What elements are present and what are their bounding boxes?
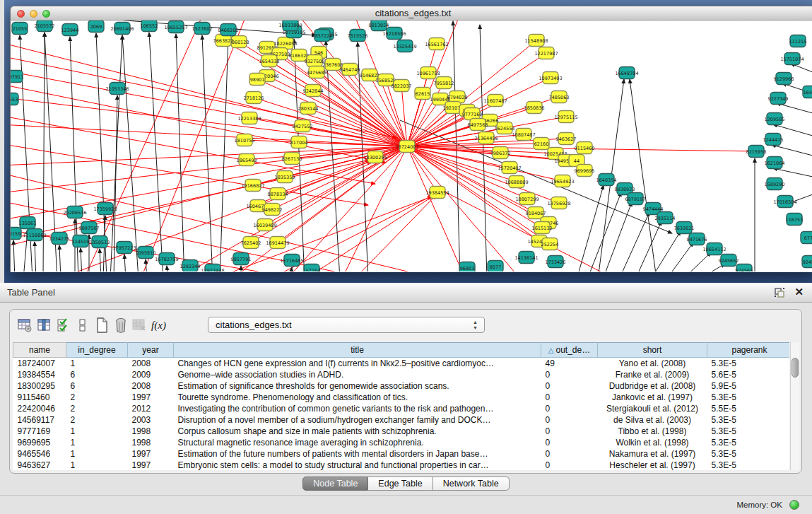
graph-node[interactable]: 12975115 — [554, 111, 577, 123]
table-row[interactable]: 1830029562008Estimation of significance … — [13, 380, 790, 392]
graph-node[interactable]: 252254 — [541, 238, 559, 250]
graph-node[interactable]: 14136141 — [514, 252, 538, 264]
column-header-year[interactable]: year — [128, 343, 174, 358]
new-document-button[interactable] — [92, 316, 111, 334]
graph-node[interactable]: 1640354 — [596, 174, 617, 186]
graph-node[interactable]: 1615132 — [532, 222, 553, 234]
graph-node[interactable]: 6879197 — [625, 193, 646, 205]
graph-node[interactable]: 924565 — [736, 264, 753, 272]
column-layout-button[interactable] — [73, 316, 92, 334]
table-row[interactable]: 946362711997Embryonic stem cells: a mode… — [13, 460, 790, 471]
graph-node[interactable]: 12217987 — [534, 47, 558, 59]
graph-node[interactable]: 1234275 — [49, 233, 70, 245]
graph-node[interactable]: 817004 — [290, 136, 308, 148]
table-scrollbar[interactable] — [790, 342, 799, 470]
graph-node[interactable]: 106552 — [141, 21, 158, 32]
graph-node[interactable]: 9699695 — [575, 165, 595, 177]
graph-node[interactable]: 111215 — [789, 35, 807, 47]
graph-node[interactable]: 15720407 — [498, 162, 521, 174]
graph-node[interactable]: 1350513 — [90, 236, 110, 248]
graph-node[interactable]: 1733426 — [546, 256, 566, 268]
graph-node[interactable]: 98901 — [249, 74, 265, 86]
graph-node[interactable]: 20691406 — [110, 23, 134, 35]
table-selector-dropdown[interactable]: citations_edges.txt ▲▼ — [208, 317, 485, 333]
graph-node[interactable]: 17957223 — [112, 242, 136, 254]
graph-node[interactable]: 8267130 — [282, 153, 302, 165]
graph-node[interactable]: 114519 — [72, 235, 90, 247]
graph-node[interactable]: 8466160 — [218, 24, 239, 36]
table-scrollbar-thumb[interactable] — [792, 358, 799, 378]
graph-node[interactable]: 1244415 — [763, 134, 784, 146]
graph-node[interactable]: 8077 — [488, 261, 503, 272]
graph-node[interactable]: 677 — [801, 232, 812, 244]
graph-node[interactable]: 3475685 — [307, 66, 327, 78]
graph-node[interactable]: 7515526 — [348, 30, 368, 42]
graph-node[interactable]: 17016504 — [773, 196, 796, 208]
graph-node[interactable]: 1654338 — [259, 55, 280, 67]
column-header-pagerank[interactable]: pagerank — [707, 343, 790, 358]
graph-node[interactable]: 39159 — [11, 228, 21, 240]
network-canvas[interactable]: 9860128891295418226058162750381863285469… — [10, 21, 812, 272]
graph-node[interactable]: 7485063 — [549, 91, 570, 103]
float-panel-icon[interactable] — [774, 287, 785, 298]
table-row[interactable]: 946554611997Estimation of the future num… — [13, 448, 790, 460]
graph-node[interactable]: 9115460 — [575, 142, 595, 154]
graph-node[interactable]: 9498222 — [262, 204, 283, 216]
table-row[interactable]: 911546021997Tourette syndrome. Phenomeno… — [13, 392, 790, 403]
graph-node[interactable]: 1835359 — [275, 171, 295, 183]
graph-node[interactable]: 21055 — [12, 23, 28, 35]
graph-node[interactable]: 8471676 — [687, 233, 707, 245]
graph-node[interactable]: 15751074 — [780, 53, 804, 65]
table-row[interactable]: 977716911998Corpus callosum shape and si… — [13, 426, 790, 437]
graph-node[interactable]: 8215958 — [746, 146, 767, 158]
graph-node[interactable]: 12213389 — [237, 112, 261, 124]
graph-node[interactable]: 1589290 — [765, 178, 785, 190]
graph-node[interactable]: 1527602 — [192, 23, 213, 35]
table-row[interactable]: 2242004622012Investigating the contribut… — [13, 403, 790, 414]
column-header-short[interactable]: short — [598, 343, 707, 358]
graph-node[interactable]: 7986372 — [490, 147, 511, 159]
graph-node[interactable]: 9245652 — [719, 255, 739, 267]
column-header-in_degree[interactable]: in_degree — [66, 343, 128, 358]
graph-node[interactable]: 8822037 — [392, 80, 412, 92]
graph-node[interactable]: 1292344 — [180, 260, 201, 272]
graph-node[interactable]: 8878334 — [268, 188, 288, 200]
graph-node[interactable]: 16782759 — [155, 253, 178, 265]
graph-node[interactable]: 7632621 — [674, 222, 695, 234]
close-window-button[interactable] — [17, 10, 25, 18]
graph-node[interactable]: 1095810 — [136, 247, 156, 259]
graph-node[interactable]: 1810755 — [235, 134, 255, 146]
graph-node[interactable]: 13325419 — [393, 40, 416, 52]
close-panel-icon[interactable]: ✕ — [794, 286, 804, 298]
graph-node[interactable]: 197911 — [11, 71, 23, 83]
graph-node[interactable]: 1209585 — [765, 113, 785, 125]
delete-table-disabled-button[interactable] — [130, 316, 149, 334]
tab-node-table[interactable]: Node Table — [302, 477, 368, 491]
graph-node[interactable]: 1865493 — [237, 154, 257, 166]
graph-node[interactable]: 9227349 — [768, 93, 789, 105]
graph-node[interactable]: 2105572 — [35, 21, 55, 32]
graph-node[interactable]: 11548908 — [524, 35, 548, 47]
graph-node[interactable]: 96803 — [459, 262, 475, 272]
graph-node[interactable]: 2803144 — [298, 103, 319, 115]
graph-node[interactable]: 2069 — [88, 21, 104, 33]
graph-node[interactable]: 9129966 — [774, 73, 794, 85]
graph-node[interactable]: 62615 — [415, 88, 430, 100]
graph-node[interactable]: 8813054 — [369, 21, 389, 31]
graph-node[interactable]: 20553 — [11, 93, 18, 105]
graph-node[interactable]: 116753 — [786, 214, 804, 226]
column-header-name[interactable]: name — [13, 343, 66, 358]
graph-node[interactable]: 1621064 — [765, 157, 785, 169]
graph-node[interactable]: 7955812 — [434, 77, 454, 89]
graph-node[interactable]: 16648784 — [615, 67, 638, 79]
graph-node[interactable]: 10655257 — [164, 21, 187, 33]
graph-node[interactable]: 1850836 — [524, 102, 545, 114]
network-window-titlebar[interactable]: citations_edges.txt — [10, 6, 812, 21]
table-options-button[interactable] — [16, 316, 35, 334]
graph-node[interactable]: 2935114 — [655, 212, 676, 224]
zoom-window-button[interactable] — [42, 10, 50, 18]
show-columns-button[interactable] — [35, 316, 54, 334]
graph-node[interactable]: 7857224 — [312, 30, 333, 42]
graph-node[interactable]: 9097587 — [79, 222, 100, 234]
graph-node[interactable]: 9327508 — [305, 55, 325, 67]
